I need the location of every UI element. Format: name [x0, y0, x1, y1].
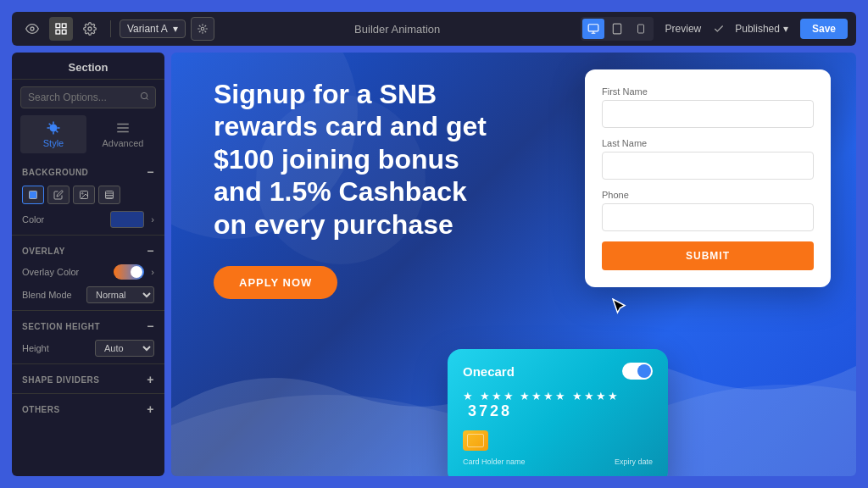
toolbar-right: Preview Published ▾ Save: [581, 17, 848, 41]
background-collapse[interactable]: −: [147, 165, 154, 179]
card-brand: Onecard: [463, 364, 515, 379]
left-panel: Section Style Advanced BACKGROUND −: [12, 53, 164, 476]
grid-icon[interactable]: [49, 17, 73, 41]
bg-pencil-icon[interactable]: [47, 186, 70, 204]
overlay-toggle[interactable]: [114, 264, 144, 280]
card-holder-label: Card Holder name: [463, 458, 526, 466]
first-name-label: First Name: [602, 86, 814, 97]
svg-rect-3: [56, 30, 60, 34]
svg-point-19: [82, 193, 84, 195]
settings-button[interactable]: [191, 17, 214, 41]
toolbar-center: Builder Animation: [221, 23, 574, 36]
first-name-field: First Name: [602, 86, 814, 128]
toolbar-separator: [110, 20, 111, 37]
height-row: Height Auto: [12, 336, 164, 360]
section-height-section: SECTION HEIGHT −: [12, 314, 164, 336]
bg-type-icons: [22, 186, 120, 204]
search-icon: [140, 92, 149, 103]
divider-3: [12, 363, 164, 364]
last-name-field: Last Name: [602, 138, 814, 180]
last-name-input[interactable]: [602, 152, 814, 180]
mobile-view-icon[interactable]: [630, 19, 652, 39]
apply-now-button[interactable]: APPLY NOW: [214, 266, 337, 299]
bg-image-icon[interactable]: [73, 186, 95, 204]
card-footer: Card Holder name Expiry date: [463, 458, 653, 466]
tab-advanced[interactable]: Advanced: [90, 115, 156, 153]
blend-mode-select[interactable]: Normal: [86, 286, 154, 303]
bg-color-icon[interactable]: [22, 186, 44, 204]
svg-rect-17: [30, 191, 37, 199]
others-add[interactable]: +: [147, 402, 154, 416]
card-expiry-label: Expiry date: [615, 458, 653, 466]
card-chip-inner: [467, 434, 484, 447]
tab-style[interactable]: Style: [20, 115, 86, 153]
search-input[interactable]: [20, 86, 156, 108]
preview-button[interactable]: Preview: [659, 19, 709, 38]
last-name-label: Last Name: [602, 138, 814, 148]
card-holder-info: Card Holder name: [463, 458, 526, 466]
phone-input[interactable]: [602, 203, 814, 231]
svg-point-12: [141, 92, 147, 98]
svg-rect-1: [56, 24, 60, 28]
published-button[interactable]: Published ▾: [728, 19, 795, 38]
gear-icon[interactable]: [78, 17, 102, 41]
search-container: [12, 80, 164, 115]
phone-label: Phone: [602, 190, 814, 200]
panel-title: Section: [12, 53, 164, 80]
card-number: ★ ★★★ ★★★★ ★★★★ 3728: [463, 388, 653, 420]
variant-select[interactable]: Variant A ▾: [120, 19, 186, 38]
tab-style-label: Style: [43, 138, 64, 148]
svg-point-6: [201, 27, 204, 30]
others-section: OTHERS +: [12, 397, 164, 419]
submit-button[interactable]: SUBMIT: [602, 241, 814, 270]
card-chip: [463, 430, 488, 451]
eye-icon[interactable]: [20, 17, 44, 41]
overlay-collapse[interactable]: −: [147, 244, 154, 258]
bg-color-row: Color ›: [12, 208, 164, 231]
credit-card: Onecard ★ ★★★ ★★★★ ★★★★ 3728 Card Holder…: [448, 349, 668, 476]
headline: Signup for a SNB rewards card and get $1…: [214, 78, 502, 241]
signup-form: First Name Last Name Phone SUBMIT: [585, 69, 831, 287]
blend-mode-row: Blend Mode Normal: [12, 283, 164, 307]
card-header: Onecard: [463, 363, 653, 380]
overlay-arrow: ›: [151, 267, 154, 277]
toolbar-left: Variant A ▾: [20, 17, 214, 41]
checkbox-icon: [713, 23, 725, 35]
overlay-color-row: Overlay Color ›: [12, 261, 164, 283]
card-toggle[interactable]: [622, 363, 653, 380]
toolbar: Variant A ▾ Builder Animation Preview Pu…: [12, 12, 856, 46]
content-left: Signup for a SNB rewards card and get $1…: [214, 78, 502, 299]
canvas: Signup for a SNB rewards card and get $1…: [171, 53, 856, 476]
overlay-section: OVERLAY −: [12, 239, 164, 261]
panel-tabs: Style Advanced: [12, 115, 164, 160]
first-name-input[interactable]: [602, 100, 814, 128]
height-collapse[interactable]: −: [147, 319, 154, 333]
svg-rect-10: [637, 25, 643, 33]
svg-point-0: [31, 27, 34, 30]
bg-color-arrow: ›: [151, 214, 154, 225]
tablet-view-icon[interactable]: [606, 19, 628, 39]
card-toggle-knob: [637, 364, 651, 378]
background-section: BACKGROUND −: [12, 160, 164, 182]
bg-gradient-icon[interactable]: [98, 186, 120, 204]
svg-rect-7: [588, 25, 598, 31]
save-button[interactable]: Save: [800, 19, 848, 39]
svg-rect-8: [613, 24, 620, 34]
svg-point-13: [50, 125, 57, 131]
desktop-view-icon[interactable]: [582, 19, 604, 39]
height-select[interactable]: Auto: [95, 340, 154, 357]
shape-dividers-section: SHAPE DIVIDERS +: [12, 368, 164, 390]
view-switcher: [581, 17, 654, 41]
divider-4: [12, 393, 164, 394]
shape-dividers-add[interactable]: +: [147, 373, 154, 386]
phone-field: Phone: [602, 190, 814, 231]
divider-2: [12, 310, 164, 311]
svg-rect-2: [62, 24, 66, 28]
divider-1: [12, 235, 164, 236]
bg-type-row: [12, 182, 164, 208]
tab-advanced-label: Advanced: [103, 138, 144, 148]
mouse-cursor: [612, 298, 627, 317]
svg-point-5: [88, 27, 92, 30]
card-expiry-info: Expiry date: [615, 458, 653, 466]
bg-color-swatch[interactable]: [110, 211, 144, 228]
